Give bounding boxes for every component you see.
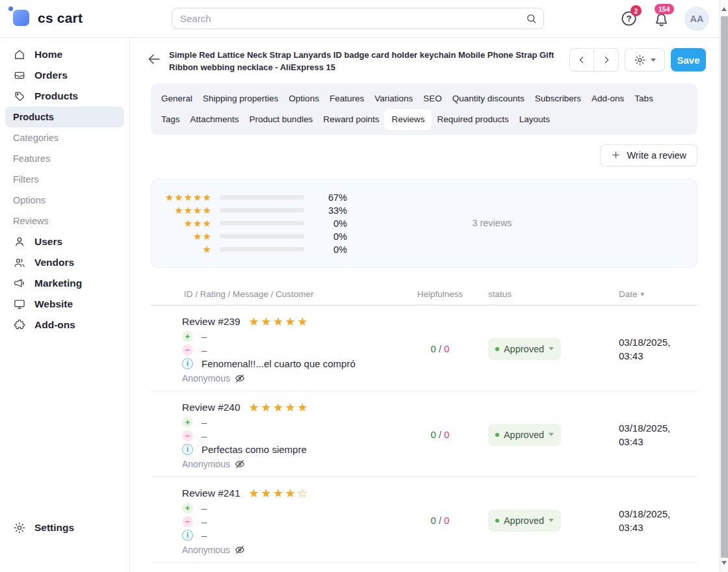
- stars-2-icon: ★★: [162, 231, 212, 241]
- review-id[interactable]: Review #241: [182, 488, 240, 499]
- review-pros-line: + –: [182, 502, 398, 515]
- sidebar-item-website[interactable]: Website: [5, 294, 124, 315]
- vertical-scrollbar[interactable]: [720, 0, 728, 572]
- tab-quantity-discounts[interactable]: Quantity discounts: [447, 88, 530, 109]
- search-icon[interactable]: [525, 12, 538, 25]
- review-cons-line: − –: [182, 344, 398, 357]
- eye-slash-icon: [234, 544, 246, 556]
- tab-attachments[interactable]: Attachments: [185, 109, 244, 130]
- column-header-status[interactable]: status: [482, 289, 619, 299]
- review-date: 03/18/2025, 03:43: [619, 507, 684, 534]
- sidebar-item-vendors[interactable]: Vendors: [5, 252, 124, 273]
- sidebar-item-marketing[interactable]: Marketing: [5, 273, 124, 294]
- sidebar-subitem-filters[interactable]: Filters: [5, 169, 124, 190]
- sidebar-subitem-reviews[interactable]: Reviews: [5, 211, 124, 231]
- tab-tabs[interactable]: Tabs: [629, 88, 658, 109]
- sidebar-subitem-categories[interactable]: Categories: [5, 127, 124, 148]
- sidebar-item-addons[interactable]: Add-ons: [5, 315, 124, 335]
- sidebar-item-products[interactable]: Products: [5, 86, 124, 107]
- scroll-up-icon[interactable]: [722, 5, 727, 11]
- status-cell: Approved: [482, 338, 619, 360]
- rating-bar: [220, 247, 304, 252]
- tab-general[interactable]: General: [156, 88, 198, 109]
- sidebar-item-label: Settings: [34, 522, 74, 534]
- tab-shipping-properties[interactable]: Shipping properties: [198, 88, 283, 109]
- minus-icon: −: [182, 516, 193, 527]
- cons-value: –: [202, 344, 207, 356]
- tab-seo[interactable]: SEO: [418, 88, 447, 109]
- sidebar-item-users[interactable]: Users: [5, 231, 124, 252]
- scrollbar-thumb[interactable]: [721, 16, 728, 558]
- inbox-icon: [13, 69, 26, 82]
- back-button[interactable]: [144, 51, 164, 69]
- next-product-button[interactable]: [594, 48, 619, 72]
- sidebar-subitem-features[interactable]: Features: [5, 148, 124, 169]
- column-header-date-label: Date: [619, 289, 638, 299]
- status-cell: Approved: [482, 510, 619, 532]
- tab-options[interactable]: Options: [283, 88, 324, 109]
- tab-tags[interactable]: Tags: [156, 109, 185, 130]
- settings-dropdown-button[interactable]: [625, 48, 665, 72]
- write-review-button[interactable]: Write a review: [600, 144, 697, 166]
- puzzle-icon: [13, 318, 26, 332]
- review-cons-line: − –: [182, 515, 398, 528]
- tabs-row-1: General Shipping properties Options Feat…: [156, 88, 692, 109]
- save-button[interactable]: Save: [671, 48, 706, 72]
- helpful-up-count: 0: [431, 343, 436, 354]
- scroll-down-icon[interactable]: [722, 561, 727, 567]
- sidebar-subitem-label: Options: [13, 195, 46, 205]
- sidebar-subitem-label: Filters: [13, 174, 38, 185]
- rating-row-1-star: ★ 0%: [151, 243, 697, 256]
- status-dropdown[interactable]: Approved: [488, 424, 561, 446]
- minus-icon: −: [182, 430, 193, 441]
- review-id[interactable]: Review #239: [182, 316, 240, 328]
- rating-bar: [220, 195, 304, 200]
- sidebar-item-settings[interactable]: Settings: [5, 517, 124, 538]
- tab-reward-points[interactable]: Reward points: [318, 109, 384, 130]
- column-header-id-rating-message-customer[interactable]: ID / Rating / Message / Customer: [151, 289, 398, 299]
- chevron-down-icon: [651, 58, 656, 64]
- tab-reviews[interactable]: Reviews: [384, 109, 432, 130]
- column-header-helpfulness[interactable]: Helpfulness: [398, 289, 482, 299]
- sidebar-subitem-products[interactable]: Products: [5, 107, 124, 127]
- tab-variations[interactable]: Variations: [369, 88, 418, 109]
- stars-3-icon: ★★★: [162, 218, 212, 228]
- logo-icon: [13, 10, 29, 26]
- write-review-label: Write a review: [627, 150, 686, 161]
- help-button[interactable]: ? 2: [618, 10, 639, 29]
- reviews-table-header: ID / Rating / Message / Customer Helpful…: [151, 283, 697, 306]
- status-dropdown[interactable]: Approved: [488, 510, 561, 532]
- sidebar-item-home[interactable]: Home: [5, 44, 124, 65]
- prev-product-button[interactable]: [569, 48, 594, 72]
- tab-product-bundles[interactable]: Product bundles: [244, 109, 318, 130]
- tab-required-products[interactable]: Required products: [432, 109, 514, 130]
- review-row: Review #240 ★★★★★ + – − – i Perfectas co…: [151, 391, 697, 477]
- review-id[interactable]: Review #240: [182, 402, 240, 413]
- avatar[interactable]: AA: [684, 6, 709, 31]
- tab-subscribers[interactable]: Subscribers: [530, 88, 586, 109]
- review-customer-line: Anonymous: [182, 372, 398, 384]
- column-header-date[interactable]: Date ▾: [619, 289, 697, 299]
- pager: [569, 48, 619, 72]
- info-icon: i: [182, 358, 193, 369]
- sidebar-item-orders[interactable]: Orders: [5, 65, 124, 86]
- stars-1-icon: ★: [162, 244, 212, 254]
- search-input[interactable]: [172, 8, 544, 29]
- notifications-button[interactable]: 154: [650, 11, 672, 31]
- home-icon: [13, 48, 26, 61]
- logo-dot: [8, 6, 13, 11]
- helpful-down-count: 0: [444, 429, 449, 440]
- helpfulness-cell: 0 / 0: [398, 515, 482, 526]
- tab-addons[interactable]: Add-ons: [586, 88, 629, 109]
- helpful-down-count: 0: [444, 515, 449, 526]
- back-arrow-icon: [146, 51, 162, 67]
- tab-layouts[interactable]: Layouts: [514, 109, 555, 130]
- sidebar-item-label: Vendors: [34, 257, 74, 268]
- status-dropdown[interactable]: Approved: [488, 338, 561, 360]
- rating-bar: [220, 234, 304, 239]
- sidebar-subitem-label: Products: [13, 112, 54, 122]
- tab-features[interactable]: Features: [324, 88, 369, 109]
- sidebar-subitem-options[interactable]: Options: [5, 190, 124, 211]
- pros-value: –: [202, 502, 207, 514]
- logo[interactable]: cs cart: [13, 10, 83, 26]
